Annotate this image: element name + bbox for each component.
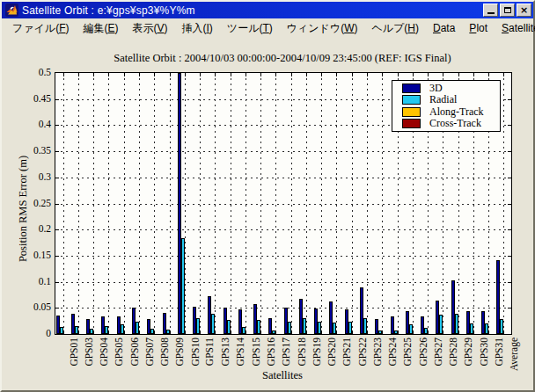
x-tick-label: GPS16 — [266, 338, 276, 367]
y-tick-mark-left — [55, 229, 59, 230]
menu-item-plot[interactable]: Plot — [462, 20, 495, 36]
x-tick-label: GPS10 — [189, 338, 200, 367]
bar-radial-gps22 — [348, 322, 352, 334]
minimize-button[interactable] — [483, 4, 498, 17]
bar-radial-gps14 — [227, 320, 231, 334]
legend-swatch-along-track — [402, 107, 421, 117]
bar-radial-gps11 — [196, 318, 200, 334]
y-tick-label: 0.4 — [16, 119, 51, 129]
bar-radial-gps30 — [470, 323, 473, 334]
grid-line-vertical — [185, 73, 186, 334]
grid-line-vertical — [352, 73, 353, 334]
y-tick-label: 0.5 — [16, 67, 51, 77]
x-tick-label: GPS22 — [356, 338, 367, 367]
y-tick-mark-left — [55, 308, 59, 309]
window-titlebar[interactable]: Satellite Orbit : e:¥gps¥sp3¥%Y%m × — [2, 2, 533, 18]
x-tick-mark-bottom — [78, 330, 79, 334]
close-icon: × — [520, 5, 528, 15]
bar-radial-gps18 — [288, 322, 291, 334]
x-tick-mark-bottom — [124, 330, 125, 334]
x-tick-mark-bottom — [336, 330, 337, 334]
x-tick-mark-bottom — [275, 330, 276, 334]
chart-title: Satellite Orbit : 2004/10/03 00:00:00-20… — [55, 52, 510, 65]
grid-line-vertical — [231, 73, 231, 334]
bar-radial-gps19 — [303, 318, 306, 334]
x-tick-label: GPS14 — [235, 338, 246, 367]
y-tick-label: 0.45 — [16, 93, 51, 104]
menu-item-file[interactable]: ファイル(F) — [5, 19, 76, 38]
x-tick-mark-top — [398, 73, 399, 76]
x-tick-label: GPS21 — [341, 338, 352, 367]
grid-line-vertical — [291, 73, 292, 334]
grid-line-vertical — [246, 73, 246, 334]
matlab-flame-icon — [5, 4, 18, 17]
x-tick-mark-top — [63, 73, 64, 76]
menu-item-help[interactable]: ヘルプ(H) — [364, 19, 426, 38]
y-tick-mark-left — [55, 125, 59, 126]
y-tick-label: 0.3 — [16, 171, 51, 182]
y-tick-mark-right — [508, 204, 511, 205]
y-tick-mark-left — [55, 282, 59, 283]
grid-line-vertical — [63, 73, 64, 334]
menu-item-view[interactable]: 表示(V) — [125, 19, 174, 38]
x-tick-mark-top — [428, 73, 429, 76]
x-tick-mark-bottom — [443, 330, 443, 334]
x-tick-label: GPS31 — [494, 338, 504, 367]
x-tick-label: GPS27 — [433, 338, 443, 367]
x-tick-mark-bottom — [93, 330, 94, 334]
legend-row: Along-Track — [392, 106, 500, 117]
x-tick-label: GPS29 — [463, 338, 473, 367]
x-tick-label: GPS18 — [296, 338, 306, 367]
x-tick-mark-top — [170, 73, 171, 76]
bar-radial-average — [500, 319, 503, 334]
bar-radial-gps27 — [424, 328, 428, 334]
x-tick-mark-top — [503, 73, 504, 76]
menu-item-window[interactable]: ウィンドウ(W) — [280, 19, 365, 38]
close-button[interactable]: × — [517, 4, 531, 17]
x-tick-mark-top — [215, 73, 216, 76]
grid-line-vertical — [336, 73, 337, 334]
grid-line-vertical — [93, 73, 94, 334]
x-tick-label: GPS04 — [99, 338, 109, 367]
bar-radial-gps05 — [105, 326, 108, 334]
x-tick-mark-top — [321, 73, 322, 76]
chart-legend: 3DRadialAlong-TrackCross-Track — [392, 80, 501, 132]
y-tick-mark-left — [55, 151, 59, 152]
grid-line-vertical — [154, 73, 155, 334]
bar-radial-gps09 — [166, 330, 170, 334]
y-tick-mark-right — [508, 178, 511, 178]
bar-radial-gps03 — [75, 326, 78, 335]
x-tick-label: GPS08 — [159, 338, 170, 367]
x-tick-mark-top — [139, 73, 140, 76]
menu-item-tools[interactable]: ツール(T) — [220, 19, 280, 38]
legend-row: Cross-Track — [392, 118, 500, 128]
x-tick-mark-top — [154, 73, 155, 76]
grid-line-vertical — [382, 73, 383, 334]
grid-line-vertical — [139, 73, 140, 334]
bar-radial-gps07 — [136, 322, 139, 334]
menu-item-insert[interactable]: 挿入(I) — [175, 19, 220, 38]
x-tick-mark-bottom — [246, 330, 246, 334]
grid-line-vertical — [321, 73, 322, 334]
bar-radial-gps10 — [181, 238, 185, 334]
y-tick-mark-right — [508, 282, 511, 283]
x-tick-mark-bottom — [185, 330, 186, 334]
x-tick-label: GPS17 — [281, 338, 291, 367]
menu-item-data[interactable]: Data — [426, 20, 462, 36]
bar-radial-gps06 — [121, 324, 124, 334]
legend-row: 3D — [392, 83, 500, 94]
legend-row: Radial — [392, 95, 500, 105]
x-tick-label: GPS28 — [448, 338, 458, 367]
x-tick-label: GPS07 — [143, 338, 154, 367]
x-tick-mark-top — [78, 73, 79, 76]
bar-radial-gps04 — [90, 329, 93, 334]
maximize-button[interactable] — [500, 4, 515, 17]
x-tick-mark-top — [306, 73, 307, 76]
menu-item-edit[interactable]: 編集(E) — [76, 19, 125, 38]
maximize-icon — [504, 7, 511, 13]
bar-radial-gps31 — [485, 323, 488, 334]
menu-item-satellite[interactable]: Satellite — [495, 20, 535, 36]
bar-radial-gps23 — [363, 318, 367, 334]
x-tick-label: Average — [509, 338, 519, 371]
app-window: Satellite Orbit : e:¥gps¥sp3¥%Y%m × ファイル… — [0, 0, 535, 392]
